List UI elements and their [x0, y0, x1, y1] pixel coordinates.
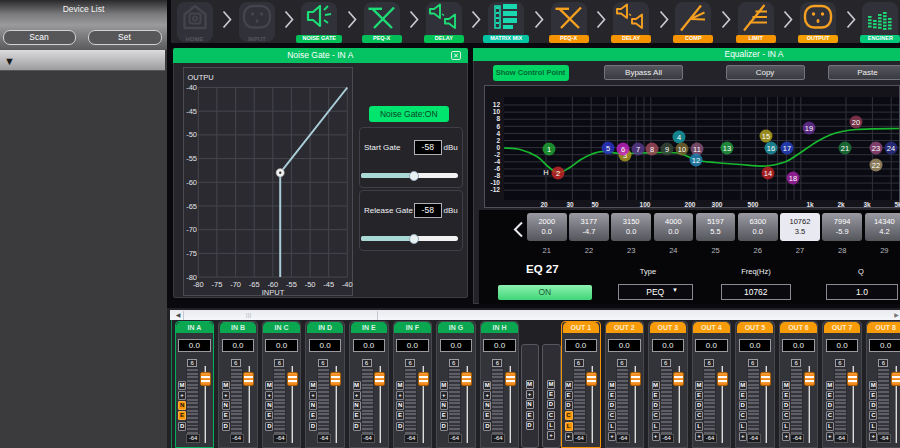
svg-text:6: 6	[621, 145, 625, 154]
svg-text:2: 2	[556, 169, 560, 178]
svg-text:24: 24	[887, 144, 895, 153]
svg-text:19: 19	[805, 124, 813, 133]
svg-text:23: 23	[872, 144, 880, 153]
svg-text:21: 21	[841, 144, 849, 153]
svg-text:12: 12	[692, 156, 700, 165]
svg-text:16: 16	[767, 144, 775, 153]
svg-text:11: 11	[693, 145, 701, 154]
svg-text:13: 13	[723, 144, 731, 153]
svg-text:22: 22	[872, 161, 880, 170]
svg-text:8: 8	[650, 145, 654, 154]
svg-text:10: 10	[678, 145, 686, 154]
svg-text:5: 5	[606, 144, 610, 153]
svg-text:4: 4	[677, 133, 681, 142]
svg-text:1: 1	[547, 145, 551, 154]
svg-text:7: 7	[636, 145, 640, 154]
svg-text:H: H	[543, 168, 548, 177]
svg-text:20: 20	[852, 118, 860, 127]
svg-text:15: 15	[762, 132, 770, 141]
svg-text:9: 9	[665, 145, 669, 154]
svg-text:18: 18	[789, 174, 797, 183]
svg-text:14: 14	[764, 169, 772, 178]
svg-text:17: 17	[783, 144, 791, 153]
